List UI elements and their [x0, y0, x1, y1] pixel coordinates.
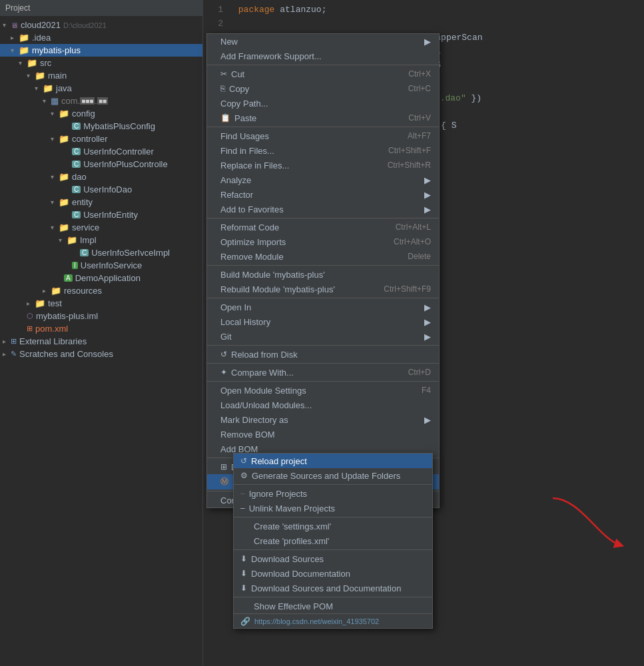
submenu-item-reload-project[interactable]: ↺ Reload project: [234, 454, 432, 468]
tree-item-external-libraries[interactable]: ▸ ⊞ External Libraries: [0, 335, 202, 348]
tree-item-java[interactable]: ▾ 📁 java: [0, 82, 202, 95]
menu-item-label: Mark Directory as: [220, 415, 288, 425]
link-icon: 🔗: [240, 617, 250, 626]
folder-icon: 📁: [35, 298, 45, 308]
submenu-item-url[interactable]: 🔗 https://blog.csdn.net/weixin_41935702: [234, 613, 432, 628]
tree-item-pom[interactable]: ⊞ pom.xml: [0, 322, 202, 335]
menu-item-label: Remove BOM: [220, 430, 275, 440]
arrow-icon: ▾: [51, 135, 59, 143]
tree-item-root[interactable]: ▾ 🖥 cloud2021 D:\cloud2021: [0, 19, 202, 31]
submenu-arrow-icon: ▶: [424, 190, 431, 200]
menu-item-rebuild-module[interactable]: Rebuild Module 'mybatis-plus' Ctrl+Shift…: [207, 282, 439, 296]
arrow-icon: ▸: [43, 287, 51, 294]
tree-item-main[interactable]: ▾ 📁 main: [0, 69, 202, 82]
class-badge: C: [72, 161, 81, 168]
submenu-item-effective-pom[interactable]: Show Effective POM: [234, 599, 432, 613]
tree-item-scratches[interactable]: ▸ ✎ Scratches and Consoles: [0, 348, 202, 360]
tree-item-demoapplication[interactable]: A DemoApplication: [0, 272, 202, 284]
menu-item-reload-disk[interactable]: ↺ Reload from Disk: [207, 347, 439, 362]
submenu-item-create-profiles[interactable]: Create 'profiles.xml': [234, 533, 432, 548]
tree-label: resources: [64, 286, 102, 296]
code-text: atlanzuo;: [280, 5, 326, 15]
submenu-item-download-both[interactable]: ⬇ Download Sources and Documentation: [234, 581, 432, 595]
tree-item-entity[interactable]: ▾ 📁 entity: [0, 196, 202, 208]
menu-item-analyze[interactable]: Analyze ▶: [207, 172, 439, 187]
menu-item-find-files[interactable]: Find in Files... Ctrl+Shift+F: [207, 143, 439, 158]
menu-item-copy[interactable]: ⎘ Copy Ctrl+C: [207, 81, 439, 96]
tree-item-userinfoservice[interactable]: I UserInfoService: [0, 259, 202, 272]
tree-item-userinfopluscontroller[interactable]: C UserInfoPlusControlle: [0, 158, 202, 170]
menu-item-compare-with[interactable]: ✦ Compare With... Ctrl+D: [207, 365, 439, 380]
submenu-arrow-icon: ▶: [424, 302, 431, 312]
tree-item-impl[interactable]: ▾ 📁 Impl: [0, 234, 202, 246]
menu-item-label: Copy: [229, 84, 249, 94]
tree-item-userinfoimpl[interactable]: C UserInfoSerIvceImpl: [0, 246, 202, 259]
submenu-item-download-docs[interactable]: ⬇ Download Documentation: [234, 566, 432, 581]
tree-label: UserInfoService: [81, 260, 142, 270]
project-sidebar: Project ▾ 🖥 cloud2021 D:\cloud2021 ▸ 📁 .…: [0, 0, 203, 666]
submenu-item-label: https://blog.csdn.net/weixin_41935702: [254, 617, 379, 625]
tree-item-package[interactable]: ▾ ▦ com.■■■.■■: [0, 95, 202, 107]
menu-item-remove-module[interactable]: Remove Module Delete: [207, 249, 439, 264]
submenu-item-download-sources[interactable]: ⬇ Download Sources: [234, 551, 432, 566]
menu-item-remove-bom[interactable]: Remove BOM: [207, 427, 439, 442]
class-badge: C: [72, 186, 81, 193]
menu-item-local-history[interactable]: Local History ▶: [207, 314, 439, 329]
folder-icon: 📁: [59, 134, 69, 144]
menu-item-optimize-imports[interactable]: Optimize Imports Ctrl+Alt+O: [207, 234, 439, 249]
menu-item-reformat[interactable]: Reformat Code Ctrl+Alt+L: [207, 220, 439, 234]
menu-item-copy-path[interactable]: Copy Path...: [207, 96, 439, 111]
tree-label: test: [48, 298, 62, 308]
menu-item-label: Load/Unload Modules...: [220, 400, 312, 410]
tree-item-userinfodao[interactable]: C UserInfoDao: [0, 183, 202, 196]
computer-icon: 🖥: [11, 21, 18, 29]
menu-item-replace-files[interactable]: Replace in Files... Ctrl+Shift+R: [207, 158, 439, 172]
menu-item-label: Build Module 'mybatis-plus': [220, 270, 325, 280]
menu-item-cut[interactable]: ✂ Cut Ctrl+X: [207, 67, 439, 81]
tree-item-config[interactable]: ▾ 📁 config: [0, 107, 202, 120]
arrow-icon: ▾: [51, 173, 59, 180]
tree-item-service[interactable]: ▾ 📁 service: [0, 221, 202, 234]
shortcut-label: Ctrl+Alt+L: [396, 222, 431, 232]
tree-item-test[interactable]: ▸ 📁 test: [0, 297, 202, 310]
cut-icon: ✂: [220, 69, 227, 79]
tree-item-resources[interactable]: ▸ 📁 resources: [0, 284, 202, 297]
tree-label: UserInfoSerIvceImpl: [91, 248, 170, 258]
menu-item-label: Remove Module: [220, 252, 284, 262]
menu-item-load-unload[interactable]: Load/Unload Modules...: [207, 398, 439, 412]
compare-icon: ✦: [220, 368, 227, 377]
menu-item-module-settings[interactable]: Open Module Settings F4: [207, 383, 439, 398]
menu-item-add-framework[interactable]: Add Framework Support...: [207, 49, 439, 63]
tree-item-userinfocontroller[interactable]: C UserInfoController: [0, 145, 202, 158]
menu-item-git[interactable]: Git ▶: [207, 329, 439, 344]
tree-item-iml[interactable]: ⬡ mybatis-plus.iml: [0, 310, 202, 322]
tree-item-controller[interactable]: ▾ 📁 controller: [0, 133, 202, 145]
tree-item-mybatisplusconfig[interactable]: C MybatisPlusConfig: [0, 120, 202, 133]
tree-item-userinfoentity[interactable]: C UserInfoEntity: [0, 208, 202, 221]
submenu-item-create-settings[interactable]: Create 'settings.xml': [234, 519, 432, 533]
submenu-item-ignore-projects[interactable]: – Ignore Projects: [234, 486, 432, 501]
menu-item-build-module[interactable]: Build Module 'mybatis-plus': [207, 267, 439, 282]
submenu-item-generate-sources[interactable]: ⚙ Generate Sources and Update Folders: [234, 468, 432, 483]
download-icon: ⬇: [240, 554, 247, 563]
menu-item-paste[interactable]: 📋 Paste Ctrl+V: [207, 111, 439, 125]
download-icon: ⬇: [240, 583, 247, 593]
submenu-item-unlink[interactable]: – Unlink Maven Projects: [234, 501, 432, 515]
tree-label: cloud2021: [21, 20, 61, 30]
tree-item-idea[interactable]: ▸ 📁 .idea: [0, 31, 202, 44]
menu-item-find-usages[interactable]: Find Usages Alt+F7: [207, 129, 439, 143]
tree-item-src[interactable]: ▾ 📁 src: [0, 57, 202, 69]
submenu-item-label: Reload project: [251, 456, 307, 466]
submenu-arrow-icon: ▶: [424, 37, 431, 47]
menu-item-add-favorites[interactable]: Add to Favorites ▶: [207, 202, 439, 216]
folder-icon: 📁: [67, 235, 77, 245]
tree-item-mybatis-plus[interactable]: ▾ 📁 mybatis-plus: [0, 44, 202, 57]
menu-item-mark-directory[interactable]: Mark Directory as ▶: [207, 412, 439, 427]
menu-item-refactor[interactable]: Refactor ▶: [207, 187, 439, 202]
tree-item-dao[interactable]: ▾ 📁 dao: [0, 170, 202, 183]
submenu-arrow-icon: ▶: [424, 415, 431, 425]
paste-icon: 📋: [220, 113, 230, 123]
menu-item-open-in[interactable]: Open In ▶: [207, 300, 439, 314]
tree-label: mybatis-plus.iml: [36, 311, 98, 321]
menu-item-new[interactable]: New ▶: [207, 34, 439, 49]
